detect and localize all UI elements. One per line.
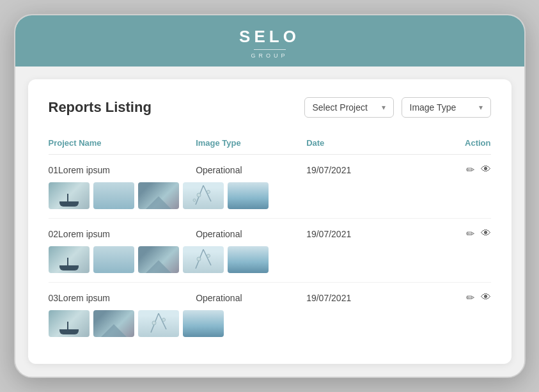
thumbnail	[93, 310, 134, 337]
svg-point-8	[207, 255, 210, 258]
svg-point-4	[193, 199, 196, 201]
svg-point-11	[152, 321, 156, 325]
svg-line-1	[203, 185, 211, 201]
svg-point-2	[197, 193, 201, 197]
page-title: Reports Listing	[49, 99, 152, 116]
edit-icon[interactable]: ✏	[466, 164, 474, 176]
image-type-1: Operational	[196, 165, 306, 175]
thumbnail	[93, 182, 134, 209]
thumbnail	[49, 310, 90, 337]
main-card: Reports Listing Select Project ▾ Image T…	[28, 79, 512, 364]
boat-shape	[59, 265, 79, 270]
thumbnail	[228, 182, 269, 209]
image-type-label: Image Type	[410, 102, 457, 113]
content-area: Reports Listing Select Project ▾ Image T…	[15, 67, 524, 377]
boat-shape	[59, 201, 79, 207]
row-1-thumbnails	[49, 182, 491, 209]
edit-icon[interactable]: ✏	[466, 292, 474, 304]
col-image-type: Image Type	[196, 138, 306, 148]
svg-point-7	[197, 257, 201, 261]
mountain-shape	[101, 324, 127, 337]
app-header: SELO GROUP	[15, 15, 524, 67]
view-icon[interactable]: 👁	[481, 228, 491, 240]
thumbnail	[183, 310, 224, 337]
thumbnail	[138, 310, 179, 337]
filters-bar: Select Project ▾ Image Type ▾	[304, 97, 491, 118]
col-date: Date	[306, 138, 417, 148]
row-1-info: 01Lorem ipsum Operational 19/07/2021 ✏ 👁	[49, 164, 491, 176]
edit-icon[interactable]: ✏	[466, 228, 474, 240]
row-2-thumbnails	[49, 246, 491, 273]
view-icon[interactable]: 👁	[481, 164, 491, 176]
mountain-shape	[146, 260, 171, 273]
svg-point-12	[162, 318, 165, 322]
select-project-dropdown[interactable]: Select Project ▾	[304, 97, 394, 118]
svg-line-10	[159, 313, 166, 329]
svg-point-3	[207, 191, 210, 194]
select-project-label: Select Project	[313, 102, 368, 113]
project-name-3: 03Lorem ipsum	[49, 293, 196, 303]
project-name-1: 01Lorem ipsum	[49, 165, 196, 175]
thumbnail	[49, 182, 90, 209]
device-frame: SELO GROUP Reports Listing Select Projec…	[14, 14, 526, 378]
col-action: Action	[417, 138, 490, 148]
row-1-actions: ✏ 👁	[417, 164, 490, 176]
boat-shape	[59, 329, 79, 334]
date-1: 19/07/2021	[306, 165, 417, 175]
thumbnail	[93, 246, 134, 273]
card-header: Reports Listing Select Project ▾ Image T…	[49, 97, 491, 118]
thumbnail	[138, 246, 179, 273]
row-2-actions: ✏ 👁	[417, 228, 490, 240]
thumbnail	[183, 246, 224, 273]
thumbnail	[49, 246, 90, 273]
image-type-3: Operational	[196, 293, 306, 303]
date-3: 19/07/2021	[306, 293, 417, 303]
row-3-thumbnails	[49, 310, 491, 337]
project-name-2: 02Lorem ipsum	[49, 229, 196, 239]
table-row: 02Lorem ipsum Operational 19/07/2021 ✏ 👁	[49, 219, 491, 283]
svg-line-6	[203, 249, 211, 265]
table-row: 03Lorem ipsum Operational 19/07/2021 ✏ 👁	[49, 283, 491, 346]
logo-divider	[254, 49, 286, 50]
table-row: 01Lorem ipsum Operational 19/07/2021 ✏ 👁	[49, 155, 491, 219]
logo-sub: GROUP	[15, 52, 524, 59]
row-3-info: 03Lorem ipsum Operational 19/07/2021 ✏ 👁	[49, 292, 491, 304]
col-project-name: Project Name	[49, 138, 196, 148]
row-2-info: 02Lorem ipsum Operational 19/07/2021 ✏ 👁	[49, 228, 491, 240]
chevron-down-icon: ▾	[382, 103, 386, 112]
thumbnail	[138, 182, 179, 209]
view-icon[interactable]: 👁	[481, 292, 491, 304]
mountain-shape	[146, 196, 171, 209]
thumbnail	[183, 182, 224, 209]
table-header: Project Name Image Type Date Action	[49, 133, 491, 155]
date-2: 19/07/2021	[306, 229, 417, 239]
image-type-2: Operational	[196, 229, 306, 239]
row-3-actions: ✏ 👁	[417, 292, 490, 304]
thumbnail	[228, 246, 269, 273]
image-type-dropdown[interactable]: Image Type ▾	[402, 97, 491, 118]
chevron-down-icon: ▾	[479, 103, 483, 112]
logo-text: SELO	[15, 27, 524, 47]
